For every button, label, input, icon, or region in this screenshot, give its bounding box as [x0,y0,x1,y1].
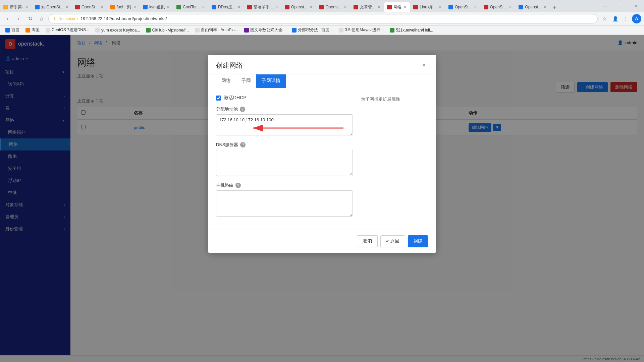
dns-help-icon[interactable]: ? [240,142,246,147]
bookmark-10[interactable]: 521xueweihan/Hell... [387,27,436,33]
back-button[interactable]: « 返回 [380,235,405,247]
tab-13[interactable]: Linux系... ✕ [410,2,445,12]
tab-favicon-12 [387,5,392,9]
tab-close-3[interactable]: ✕ [101,5,104,9]
tab-11[interactable]: 文章管... ✕ [350,2,384,12]
menu-button[interactable]: ⋮ [621,14,631,23]
address-bar-row: ‹ › ↻ ⌂ ⚠ Not secure 192.168.22.142/dash… [0,12,644,25]
tab-close-1[interactable]: ✕ [25,5,28,9]
address-box[interactable]: ⚠ Not secure 192.168.22.142/dashboard/pr… [48,14,598,23]
tab-12[interactable]: 网络 ✕ [384,2,410,12]
tab-close-5[interactable]: ✕ [167,5,170,9]
bookmark-favicon [95,28,100,33]
account-button[interactable]: 👤 [610,14,620,23]
dhcp-checkbox[interactable] [216,96,221,101]
tab-14[interactable]: OpenSt... ✕ [445,2,480,12]
tab-favicon-15 [484,5,488,9]
tab-close-11[interactable]: ✕ [377,5,380,9]
cancel-button[interactable]: 取消 [357,235,378,247]
tab-close-16[interactable]: ✕ [543,5,546,9]
forward-button[interactable]: › [14,14,23,23]
bookmark-7[interactable]: 图文导数公式大全... [241,26,288,34]
bookmark-3[interactable]: CentOS 7搭建DNS... [43,26,92,34]
reload-button[interactable]: ↻ [25,14,35,23]
route-textarea[interactable] [216,190,353,217]
tab-favicon-10 [319,5,324,9]
modal-footer: 取消 « 返回 创建 [208,230,436,253]
bookmark-6[interactable]: 自由钢琴 - AutoPia... [192,26,241,34]
bookmark-baidu[interactable]: 百度 [3,26,22,34]
route-help-icon[interactable]: ? [235,183,241,188]
modal-close-button[interactable]: × [420,62,428,70]
tab-network[interactable]: 网络 [216,74,236,88]
tab-close-10[interactable]: ✕ [344,5,347,9]
route-label: 主机路由 [216,182,233,188]
bookmark-4[interactable]: yum except Keyboa... [93,27,143,33]
tab-favicon-5 [143,5,148,9]
tab-5[interactable]: kvm虚拟 ✕ [140,2,173,12]
profile-avatar[interactable]: A [632,14,641,23]
bookmark-taobao[interactable]: 淘宝 [23,26,42,34]
maximize-button[interactable]: ⬜ [613,0,629,12]
tab-7[interactable]: DDos压... ✕ [208,2,244,12]
dns-textarea[interactable] [216,150,353,176]
bookmark-favicon [195,28,200,33]
tab-15[interactable]: OpenSt... ✕ [480,2,516,12]
tab-4[interactable]: fuel一到 ✕ [107,2,140,12]
tab-favicon-4 [110,5,115,9]
tab-8[interactable]: 部署羊手... ✕ [244,2,281,12]
tab-close-14[interactable]: ✕ [474,5,477,9]
bookmark-button[interactable]: ☆ [600,14,609,23]
tab-subnet-details[interactable]: 子网详情 [256,74,286,88]
form-right: 为子网指定扩展属性 [361,95,428,223]
tab-close-4[interactable]: ✕ [133,5,136,9]
tab-subnet[interactable]: 子网 [236,74,256,88]
tab-close-15[interactable]: ✕ [509,5,512,9]
tab-close-8[interactable]: ✕ [275,5,278,9]
toolbar-actions: ☆ 👤 ⋮ A [600,14,641,23]
dhcp-label: 激活DHCP [224,95,247,101]
form-left: 激活DHCP 分配地址池 ? 172.16.10.10,172.16.10.10… [216,95,353,223]
form-section: 激活DHCP 分配地址池 ? 172.16.10.10,172.16.10.10… [216,95,428,223]
minimize-button[interactable]: — [598,0,613,12]
tab-9[interactable]: Openst... ✕ [281,2,316,12]
tab-close-12[interactable]: ✕ [404,5,407,9]
pool-help-icon[interactable]: ? [240,107,245,112]
close-button[interactable]: ✕ [629,0,644,12]
modal-header: 创建网络 × [208,55,436,74]
bookmark-favicon [5,28,10,33]
tab-favicon-8 [247,5,252,9]
tab-2[interactable]: 知 OpenSt... ✕ [32,2,72,12]
tab-16[interactable]: Openst... ✕ [515,2,550,12]
tab-3[interactable]: OpenSt... ✕ [72,2,107,12]
bookmark-9[interactable]: 3.5 使用Mayavi进行... [336,26,386,34]
tab-favicon-14 [448,5,453,9]
tab-close-2[interactable]: ✕ [65,5,68,9]
dns-label: DNS服务器 [216,142,238,148]
tab-close-7[interactable]: ✕ [237,5,240,9]
bookmark-8[interactable]: 分部积分法 - 百度... [289,26,336,34]
bookmark-5[interactable]: GitHub - vipstone/f... [143,27,191,33]
tab-favicon-7 [212,5,216,9]
modal-overlay: 创建网络 × 网络 子网 子网详情 激活DHCP 分配地址池 ? [0,35,644,362]
create-button[interactable]: 创建 [408,235,428,247]
tab-close-6[interactable]: ✕ [202,5,205,9]
modal-body: 激活DHCP 分配地址池 ? 172.16.10.10,172.16.10.10… [208,88,436,230]
tab-favicon-13 [413,5,418,9]
route-group: 主机路由 ? [216,182,353,218]
tab-6[interactable]: CoolTor... ✕ [173,2,208,12]
tab-close-13[interactable]: ✕ [439,5,442,9]
dhcp-checkbox-row: 激活DHCP [216,95,353,101]
bookmark-favicon [339,28,343,33]
pool-label-row: 分配地址池 ? [216,106,353,112]
tab-close-9[interactable]: ✕ [310,5,313,9]
dns-label-row: DNS服务器 ? [216,142,353,148]
back-button[interactable]: ‹ [3,14,12,23]
tab-1[interactable]: 新手第- ✕ [0,2,32,12]
tab-10[interactable]: Openst... ✕ [316,2,351,12]
home-button[interactable]: ⌂ [37,14,46,23]
tab-favicon-11 [354,5,358,9]
new-tab-button[interactable]: + [550,3,559,12]
pool-group: 分配地址池 ? 172.16.10.10,172.16.10.100 [216,106,353,136]
tab-favicon-3 [75,5,80,9]
